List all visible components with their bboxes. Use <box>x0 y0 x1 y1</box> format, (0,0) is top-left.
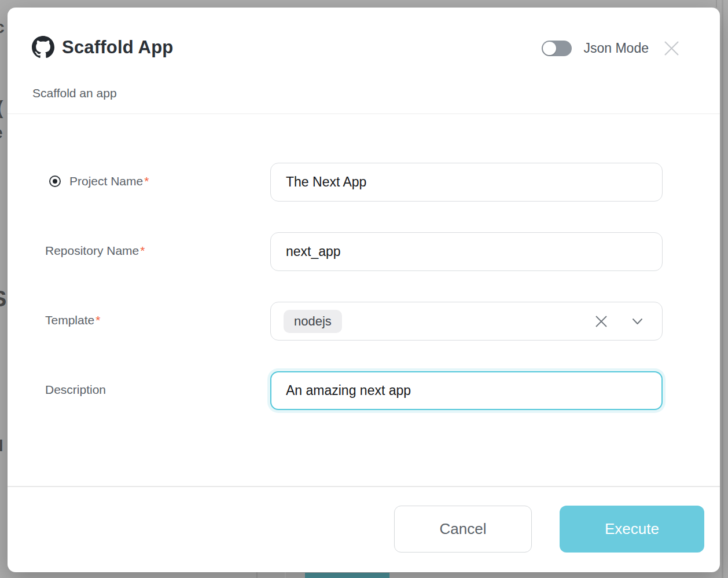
required-marker: * <box>144 174 149 188</box>
header-divider <box>8 114 720 114</box>
cancel-button[interactable]: Cancel <box>394 506 532 553</box>
backdrop-divider <box>722 0 723 578</box>
label-text: Template <box>45 313 94 327</box>
repository-name-label: Repository Name* <box>45 244 145 258</box>
label-text: Project Name <box>69 174 143 188</box>
json-mode-label: Json Mode <box>583 41 649 56</box>
label-text: Description <box>45 383 106 397</box>
backdrop-divider <box>285 572 286 578</box>
backdrop-text-fragment: N <box>0 436 3 455</box>
label-text: Repository Name <box>45 244 139 258</box>
project-name-label: Project Name* <box>49 174 149 188</box>
toggle-knob <box>543 42 556 55</box>
close-icon[interactable] <box>663 39 681 57</box>
backdrop-text-fragment: ( <box>0 96 3 119</box>
required-marker: * <box>140 244 145 258</box>
github-icon <box>32 36 54 58</box>
template-select[interactable]: nodejs <box>270 302 663 341</box>
json-mode-toggle[interactable] <box>542 41 572 56</box>
active-field-radio-icon <box>49 175 61 187</box>
footer-actions: Cancel Execute <box>394 506 704 553</box>
footer-divider <box>8 486 720 487</box>
backdrop-text-fragment: S <box>0 287 6 312</box>
backdrop-create-button: Create <box>305 573 389 578</box>
dialog-subtitle: Scaffold an app <box>32 86 117 100</box>
backdrop-text-fragment: e <box>0 123 3 142</box>
header-actions: Json Mode <box>542 39 681 57</box>
dialog-title: Scaffold App <box>62 37 173 58</box>
scaffold-app-dialog: Scaffold App Scaffold an app Json Mode P… <box>8 8 720 572</box>
execute-button[interactable]: Execute <box>560 506 704 553</box>
repository-name-input[interactable] <box>270 232 663 271</box>
chevron-down-icon[interactable] <box>630 314 645 328</box>
description-input[interactable] <box>270 371 663 410</box>
backdrop-text-fragment: c <box>0 17 5 37</box>
backdrop-divider <box>256 572 258 578</box>
template-tag-nodejs: nodejs <box>284 310 342 333</box>
description-label: Description <box>45 383 106 397</box>
project-name-input[interactable] <box>270 163 663 202</box>
backdrop-divider <box>716 0 717 8</box>
template-label: Template* <box>45 313 100 327</box>
clear-selection-icon[interactable] <box>593 313 609 330</box>
page: { "backdrop": { "color": "#acacac", "cre… <box>0 0 728 578</box>
required-marker: * <box>95 313 100 327</box>
